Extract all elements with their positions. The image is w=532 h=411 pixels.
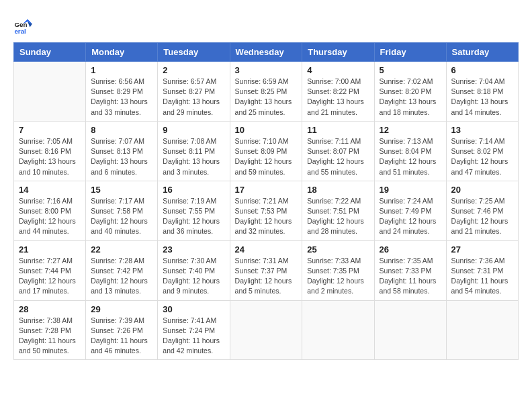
day-number: 14 (19, 185, 81, 195)
day-number: 22 (91, 244, 152, 255)
day-number: 21 (19, 244, 81, 255)
day-number: 3 (235, 65, 298, 75)
day-cell: 19Sunrise: 7:24 AM Sunset: 7:49 PM Dayli… (374, 181, 446, 240)
day-cell: 12Sunrise: 7:13 AM Sunset: 8:04 PM Dayli… (374, 121, 446, 181)
day-number: 29 (91, 304, 152, 314)
weekday-header-wednesday: Wednesday (230, 43, 302, 62)
day-info: Sunrise: 7:19 AM Sunset: 7:55 PM Dayligh… (163, 196, 224, 237)
day-info: Sunrise: 7:30 AM Sunset: 7:40 PM Dayligh… (163, 256, 224, 297)
weekday-header-monday: Monday (86, 43, 158, 62)
day-number: 9 (163, 125, 224, 135)
day-info: Sunrise: 6:57 AM Sunset: 8:27 PM Dayligh… (163, 77, 224, 118)
day-number: 17 (235, 185, 298, 195)
day-number: 13 (451, 125, 513, 135)
day-info: Sunrise: 7:39 AM Sunset: 7:26 PM Dayligh… (91, 316, 152, 357)
weekday-header-friday: Friday (374, 43, 446, 62)
day-cell: 25Sunrise: 7:33 AM Sunset: 7:35 PM Dayli… (302, 240, 374, 300)
day-info: Sunrise: 7:07 AM Sunset: 8:13 PM Dayligh… (91, 136, 152, 177)
day-cell: 1Sunrise: 6:56 AM Sunset: 8:29 PM Daylig… (86, 62, 158, 122)
day-cell: 6Sunrise: 7:04 AM Sunset: 8:18 PM Daylig… (446, 62, 518, 122)
day-number: 26 (380, 244, 441, 255)
day-cell (302, 300, 374, 360)
day-cell (14, 62, 86, 122)
day-cell: 21Sunrise: 7:27 AM Sunset: 7:44 PM Dayli… (14, 240, 86, 300)
day-info: Sunrise: 7:11 AM Sunset: 8:07 PM Dayligh… (307, 136, 369, 177)
week-row-5: 28Sunrise: 7:38 AM Sunset: 7:28 PM Dayli… (14, 300, 519, 360)
day-number: 23 (163, 244, 224, 255)
day-info: Sunrise: 7:35 AM Sunset: 7:33 PM Dayligh… (380, 256, 441, 297)
day-cell (374, 300, 446, 360)
day-number: 4 (307, 65, 369, 75)
day-info: Sunrise: 7:28 AM Sunset: 7:42 PM Dayligh… (91, 256, 152, 297)
day-number: 7 (19, 125, 81, 135)
day-info: Sunrise: 7:38 AM Sunset: 7:28 PM Dayligh… (19, 316, 81, 357)
day-number: 18 (307, 185, 369, 195)
day-cell: 30Sunrise: 7:41 AM Sunset: 7:24 PM Dayli… (158, 300, 230, 360)
day-number: 1 (91, 65, 152, 75)
day-number: 24 (235, 244, 298, 255)
calendar: SundayMondayTuesdayWednesdayThursdayFrid… (13, 42, 519, 360)
day-info: Sunrise: 7:36 AM Sunset: 7:31 PM Dayligh… (451, 256, 513, 297)
day-cell: 8Sunrise: 7:07 AM Sunset: 8:13 PM Daylig… (86, 121, 158, 181)
day-cell: 3Sunrise: 6:59 AM Sunset: 8:25 PM Daylig… (230, 62, 302, 122)
day-cell: 15Sunrise: 7:17 AM Sunset: 7:58 PM Dayli… (86, 181, 158, 240)
week-row-3: 14Sunrise: 7:16 AM Sunset: 8:00 PM Dayli… (14, 181, 519, 240)
day-cell: 23Sunrise: 7:30 AM Sunset: 7:40 PM Dayli… (158, 240, 230, 300)
day-info: Sunrise: 7:24 AM Sunset: 7:49 PM Dayligh… (380, 196, 441, 237)
day-cell: 20Sunrise: 7:25 AM Sunset: 7:46 PM Dayli… (446, 181, 518, 240)
day-cell: 17Sunrise: 7:21 AM Sunset: 7:53 PM Dayli… (230, 181, 302, 240)
day-info: Sunrise: 7:04 AM Sunset: 8:18 PM Dayligh… (451, 77, 513, 118)
week-row-1: 1Sunrise: 6:56 AM Sunset: 8:29 PM Daylig… (14, 62, 519, 122)
day-cell: 13Sunrise: 7:14 AM Sunset: 8:02 PM Dayli… (446, 121, 518, 181)
day-number: 2 (163, 65, 224, 75)
day-cell: 5Sunrise: 7:02 AM Sunset: 8:20 PM Daylig… (374, 62, 446, 122)
day-number: 30 (163, 304, 224, 314)
day-info: Sunrise: 6:59 AM Sunset: 8:25 PM Dayligh… (235, 77, 298, 118)
day-info: Sunrise: 7:27 AM Sunset: 7:44 PM Dayligh… (19, 256, 81, 297)
day-number: 20 (451, 185, 513, 195)
day-cell: 9Sunrise: 7:08 AM Sunset: 8:11 PM Daylig… (158, 121, 230, 181)
weekday-header-saturday: Saturday (446, 43, 518, 62)
day-number: 10 (235, 125, 298, 135)
day-cell (446, 300, 518, 360)
week-row-4: 21Sunrise: 7:27 AM Sunset: 7:44 PM Dayli… (14, 240, 519, 300)
day-info: Sunrise: 7:10 AM Sunset: 8:09 PM Dayligh… (235, 136, 298, 177)
day-info: Sunrise: 7:05 AM Sunset: 8:16 PM Dayligh… (19, 136, 81, 177)
logo: Gen eral (13, 17, 35, 36)
day-cell: 28Sunrise: 7:38 AM Sunset: 7:28 PM Dayli… (14, 300, 86, 360)
day-number: 15 (91, 185, 152, 195)
day-cell: 2Sunrise: 6:57 AM Sunset: 8:27 PM Daylig… (158, 62, 230, 122)
day-cell: 11Sunrise: 7:11 AM Sunset: 8:07 PM Dayli… (302, 121, 374, 181)
day-number: 25 (307, 244, 369, 255)
day-cell: 27Sunrise: 7:36 AM Sunset: 7:31 PM Dayli… (446, 240, 518, 300)
day-number: 27 (451, 244, 513, 255)
day-info: Sunrise: 7:41 AM Sunset: 7:24 PM Dayligh… (163, 316, 224, 357)
day-info: Sunrise: 7:17 AM Sunset: 7:58 PM Dayligh… (91, 196, 152, 237)
day-cell: 10Sunrise: 7:10 AM Sunset: 8:09 PM Dayli… (230, 121, 302, 181)
day-number: 8 (91, 125, 152, 135)
weekday-header-tuesday: Tuesday (158, 43, 230, 62)
svg-text:eral: eral (14, 28, 26, 35)
day-cell: 7Sunrise: 7:05 AM Sunset: 8:16 PM Daylig… (14, 121, 86, 181)
day-info: Sunrise: 7:02 AM Sunset: 8:20 PM Dayligh… (380, 77, 441, 118)
day-cell: 29Sunrise: 7:39 AM Sunset: 7:26 PM Dayli… (86, 300, 158, 360)
weekday-header-thursday: Thursday (302, 43, 374, 62)
day-cell: 4Sunrise: 7:00 AM Sunset: 8:22 PM Daylig… (302, 62, 374, 122)
day-cell: 18Sunrise: 7:22 AM Sunset: 7:51 PM Dayli… (302, 181, 374, 240)
day-number: 5 (380, 65, 441, 75)
day-number: 6 (451, 65, 513, 75)
day-info: Sunrise: 7:13 AM Sunset: 8:04 PM Dayligh… (380, 136, 441, 177)
day-info: Sunrise: 7:31 AM Sunset: 7:37 PM Dayligh… (235, 256, 298, 297)
weekday-header-sunday: Sunday (14, 43, 86, 62)
day-number: 19 (380, 185, 441, 195)
day-cell: 14Sunrise: 7:16 AM Sunset: 8:00 PM Dayli… (14, 181, 86, 240)
day-cell: 24Sunrise: 7:31 AM Sunset: 7:37 PM Dayli… (230, 240, 302, 300)
day-info: Sunrise: 7:33 AM Sunset: 7:35 PM Dayligh… (307, 256, 369, 297)
day-info: Sunrise: 7:16 AM Sunset: 8:00 PM Dayligh… (19, 196, 81, 237)
day-info: Sunrise: 7:08 AM Sunset: 8:11 PM Dayligh… (163, 136, 224, 177)
week-row-2: 7Sunrise: 7:05 AM Sunset: 8:16 PM Daylig… (14, 121, 519, 181)
day-cell (230, 300, 302, 360)
day-cell: 16Sunrise: 7:19 AM Sunset: 7:55 PM Dayli… (158, 181, 230, 240)
day-info: Sunrise: 7:14 AM Sunset: 8:02 PM Dayligh… (451, 136, 513, 177)
day-info: Sunrise: 7:00 AM Sunset: 8:22 PM Dayligh… (307, 77, 369, 118)
